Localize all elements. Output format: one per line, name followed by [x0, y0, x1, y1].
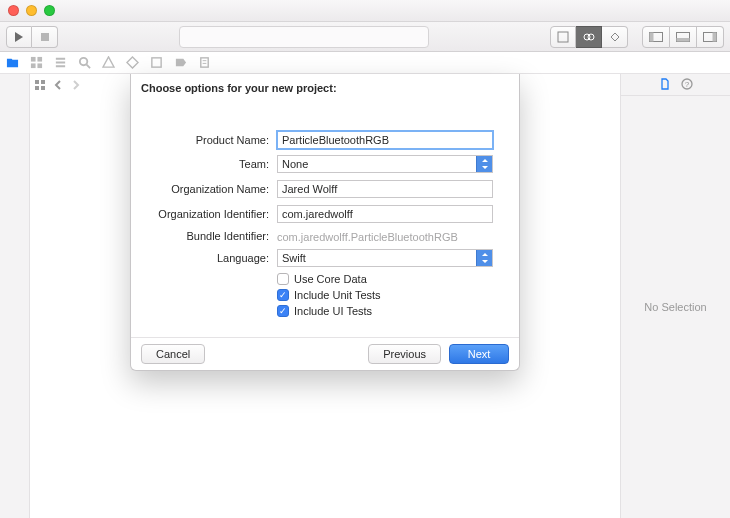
diamond-icon	[126, 56, 139, 69]
language-select[interactable]: Swift	[277, 249, 493, 267]
warning-icon	[102, 56, 115, 69]
svg-rect-11	[37, 57, 42, 62]
bundle-id-label: Bundle Identifier:	[157, 230, 277, 242]
svg-rect-5	[650, 32, 654, 41]
svg-point-14	[79, 58, 86, 65]
breakpoint-icon	[174, 56, 187, 69]
debug-navigator-tab[interactable]	[148, 55, 164, 71]
svg-rect-16	[200, 58, 207, 67]
include-ui-tests-checkbox[interactable]	[277, 305, 289, 317]
svg-rect-15	[151, 58, 160, 67]
product-name-input[interactable]	[277, 131, 493, 149]
include-ui-tests-label: Include UI Tests	[294, 305, 372, 317]
standard-editor-icon	[557, 31, 569, 43]
svg-rect-17	[35, 80, 39, 84]
play-icon	[14, 32, 24, 42]
help-icon: ?	[681, 78, 693, 90]
toggle-debug-area-button[interactable]	[670, 26, 697, 48]
svg-rect-1	[558, 32, 568, 42]
svg-text:?: ?	[684, 80, 689, 89]
report-icon	[198, 56, 211, 69]
include-unit-tests-label: Include Unit Tests	[294, 289, 381, 301]
editor-mode-segment	[550, 26, 628, 48]
new-project-options-sheet: Choose options for your new project: Pro…	[130, 74, 520, 371]
list-icon	[54, 56, 67, 69]
svg-rect-19	[35, 86, 39, 90]
bundle-id-value: com.jaredwolff.ParticleBluetoothRGB	[277, 229, 493, 243]
toolbar	[0, 22, 730, 52]
cancel-button[interactable]: Cancel	[141, 344, 205, 364]
run-stop-segment	[6, 26, 58, 48]
test-navigator-tab[interactable]	[124, 55, 140, 71]
navigator-tab-bar	[0, 52, 730, 74]
find-navigator-tab[interactable]	[76, 55, 92, 71]
team-select[interactable]: None	[277, 155, 493, 173]
use-core-data-checkbox[interactable]	[277, 273, 289, 285]
inspector-area: ? No Selection	[620, 74, 730, 518]
close-window-button[interactable]	[8, 5, 19, 16]
toggle-navigator-button[interactable]	[642, 26, 670, 48]
file-inspector-tab[interactable]	[659, 76, 671, 94]
panel-right-icon	[703, 32, 717, 42]
sheet-title: Choose options for your new project:	[131, 74, 519, 100]
activity-status-bar	[179, 26, 429, 48]
window-titlebar	[0, 0, 730, 22]
symbol-navigator-tab[interactable]	[52, 55, 68, 71]
standard-editor-button[interactable]	[550, 26, 576, 48]
svg-rect-13	[37, 63, 42, 68]
toggle-inspector-button[interactable]	[697, 26, 724, 48]
panel-visibility-segment	[642, 26, 724, 48]
run-button[interactable]	[6, 26, 32, 48]
org-id-input[interactable]	[277, 205, 493, 223]
use-core-data-label: Use Core Data	[294, 273, 367, 285]
quick-help-inspector-tab[interactable]: ?	[681, 76, 693, 94]
traffic-lights	[8, 5, 55, 16]
search-icon	[78, 56, 91, 69]
related-items-icon[interactable]	[34, 77, 46, 95]
org-id-label: Organization Identifier:	[157, 208, 277, 220]
minimize-window-button[interactable]	[26, 5, 37, 16]
org-name-input[interactable]	[277, 180, 493, 198]
stop-icon	[40, 32, 50, 42]
product-name-label: Product Name:	[157, 134, 277, 146]
version-editor-icon	[609, 31, 621, 43]
inspector-no-selection-label: No Selection	[621, 96, 730, 518]
report-navigator-tab[interactable]	[196, 55, 212, 71]
jump-bar	[34, 77, 82, 95]
source-control-navigator-tab[interactable]	[28, 55, 44, 71]
previous-button-label: Previous	[383, 348, 426, 360]
svg-rect-7	[677, 38, 690, 42]
go-forward-button[interactable]	[70, 77, 82, 95]
project-navigator-tab[interactable]	[4, 55, 20, 71]
stop-button[interactable]	[32, 26, 58, 48]
svg-rect-0	[41, 33, 49, 41]
inspector-tab-bar: ?	[621, 74, 730, 96]
document-icon	[659, 78, 671, 90]
issue-navigator-tab[interactable]	[100, 55, 116, 71]
svg-rect-9	[713, 32, 717, 41]
svg-point-3	[588, 34, 594, 40]
chevron-updown-icon	[476, 250, 492, 266]
svg-rect-12	[30, 63, 35, 68]
gauge-icon	[150, 56, 163, 69]
next-button[interactable]: Next	[449, 344, 509, 364]
include-unit-tests-checkbox[interactable]	[277, 289, 289, 301]
language-label: Language:	[157, 252, 277, 264]
cancel-button-label: Cancel	[156, 348, 190, 360]
next-button-label: Next	[468, 348, 491, 360]
chevron-updown-icon	[476, 156, 492, 172]
editor-area: Choose options for your new project: Pro…	[30, 74, 620, 518]
team-select-value: None	[282, 158, 308, 170]
zoom-window-button[interactable]	[44, 5, 55, 16]
grid-icon	[30, 56, 43, 69]
previous-button[interactable]: Previous	[368, 344, 441, 364]
version-editor-button[interactable]	[602, 26, 628, 48]
breakpoint-navigator-tab[interactable]	[172, 55, 188, 71]
go-back-button[interactable]	[52, 77, 64, 95]
assistant-editor-icon	[583, 31, 595, 43]
navigator-area	[0, 74, 30, 518]
svg-rect-10	[30, 57, 35, 62]
svg-rect-18	[41, 80, 45, 84]
assistant-editor-button[interactable]	[576, 26, 602, 48]
folder-icon	[6, 56, 19, 69]
